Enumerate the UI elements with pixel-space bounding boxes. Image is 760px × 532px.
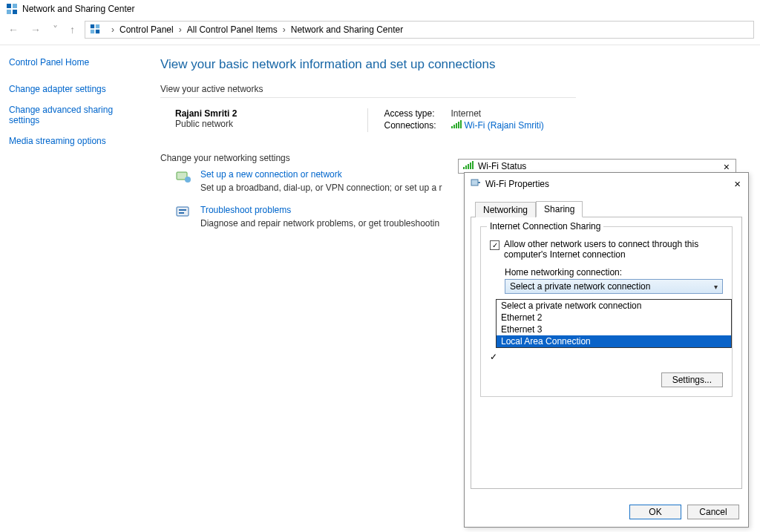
window-titlebar: Network and Sharing Center <box>0 0 760 18</box>
adapter-icon <box>471 177 481 190</box>
address-bar: ← → ˅ ↑ › Control Panel › All Control Pa… <box>0 18 760 45</box>
connection-link[interactable]: Wi-Fi (Rajani Smriti) <box>451 120 544 131</box>
svg-rect-6 <box>91 30 94 33</box>
groupbox-title: Internet Connection Sharing <box>487 221 603 231</box>
combo-value: Select a private network connection <box>510 281 650 292</box>
forward-button[interactable]: → <box>28 24 43 36</box>
cancel-button[interactable]: Cancel <box>687 505 739 519</box>
dropdown-option[interactable]: Select a private network connection <box>497 300 731 312</box>
dialog-footer: OK Cancel <box>465 497 748 527</box>
action-troubleshoot-link[interactable]: Troubleshoot problems <box>200 205 291 215</box>
settings-button[interactable]: Settings... <box>661 372 723 387</box>
chevron-right-icon: › <box>281 24 288 35</box>
control-panel-icon <box>90 24 102 36</box>
svg-rect-24 <box>478 182 480 183</box>
close-icon[interactable]: × <box>724 161 730 173</box>
control-panel-icon <box>6 3 18 15</box>
connections-label: Connections: <box>384 120 451 131</box>
wifi-status-title: Wi-Fi Status <box>478 161 526 171</box>
ok-button[interactable]: OK <box>629 505 681 519</box>
window-title: Network and Sharing Center <box>22 4 134 14</box>
home-networking-label: Home networking connection: <box>505 267 723 278</box>
svg-rect-19 <box>465 165 467 169</box>
network-name: Rajani Smriti 2 <box>175 108 367 119</box>
chevron-down-icon: ▾ <box>714 283 718 291</box>
active-network-row: Rajani Smriti 2 Public network Access ty… <box>160 104 576 145</box>
access-type-label: Access type: <box>384 108 451 119</box>
allow-sharing-checkbox[interactable]: ✓ <box>490 240 499 250</box>
close-icon[interactable]: × <box>734 177 741 190</box>
svg-rect-23 <box>471 180 478 185</box>
page-title: View your basic network information and … <box>160 57 753 72</box>
control-panel-home-link[interactable]: Control Panel Home <box>9 57 140 68</box>
tab-panel-sharing: Internet Connection Sharing ✓ Allow othe… <box>471 217 742 489</box>
sidebar-link-media-streaming[interactable]: Media streaming options <box>9 136 140 146</box>
svg-rect-12 <box>460 120 462 128</box>
svg-rect-16 <box>179 209 186 211</box>
svg-rect-9 <box>453 125 455 128</box>
svg-rect-10 <box>456 123 457 128</box>
svg-rect-2 <box>7 10 11 14</box>
chevron-right-icon: › <box>109 24 117 35</box>
access-type-value: Internet <box>451 108 482 119</box>
breadcrumb-item[interactable]: Control Panel <box>119 24 174 35</box>
svg-rect-15 <box>177 207 189 216</box>
active-networks-heading: View your active networks <box>160 84 576 98</box>
svg-rect-18 <box>463 167 465 169</box>
tab-sharing[interactable]: Sharing <box>536 201 583 217</box>
tab-strip: Networking Sharing <box>471 200 742 217</box>
svg-rect-0 <box>7 4 11 8</box>
svg-rect-22 <box>472 161 474 169</box>
sidebar-link-adapter[interactable]: Change adapter settings <box>9 84 140 94</box>
wifi-signal-icon <box>463 161 474 171</box>
action-new-connection-link[interactable]: Set up a new connection or network <box>200 169 342 180</box>
svg-rect-11 <box>458 122 459 128</box>
back-button[interactable]: ← <box>6 24 21 36</box>
dropdown-option-selected[interactable]: Local Area Connection <box>497 335 731 347</box>
home-networking-dropdown[interactable]: Select a private network connection Ethe… <box>496 299 732 348</box>
breadcrumb-item[interactable]: Network and Sharing Center <box>291 24 403 35</box>
svg-rect-21 <box>470 162 471 169</box>
allow-control-checkbox[interactable]: ✓ <box>490 352 497 362</box>
svg-rect-4 <box>91 24 94 28</box>
wifi-properties-dialog: Wi-Fi Properties × Networking Sharing In… <box>464 172 749 528</box>
sidebar: Control Panel Home Change adapter settin… <box>0 45 148 248</box>
svg-rect-17 <box>179 212 184 214</box>
svg-point-14 <box>185 177 191 183</box>
wifi-signal-icon <box>451 120 462 131</box>
action-troubleshoot-desc: Diagnose and repair network problems, or… <box>200 218 439 229</box>
action-new-connection-desc: Set up a broadband, dial-up, or VPN conn… <box>200 183 442 193</box>
dropdown-option[interactable]: Ethernet 3 <box>497 324 731 335</box>
svg-rect-3 <box>13 10 17 14</box>
wifi-status-window: Wi-Fi Status × <box>458 159 736 174</box>
chevron-right-icon: › <box>177 24 184 35</box>
recent-dropdown[interactable]: ˅ <box>50 24 60 36</box>
svg-rect-5 <box>96 24 99 28</box>
network-type: Public network <box>175 119 367 129</box>
home-networking-combo[interactable]: Select a private network connection ▾ <box>505 279 723 294</box>
sidebar-link-advanced-sharing[interactable]: Change advanced sharing settings <box>9 105 140 125</box>
svg-rect-8 <box>451 126 453 128</box>
connection-name: Wi-Fi (Rajani Smriti) <box>465 120 544 131</box>
new-connection-icon <box>175 169 191 185</box>
svg-rect-20 <box>468 164 469 169</box>
up-button[interactable]: ↑ <box>68 24 77 36</box>
breadcrumb-item[interactable]: All Control Panel Items <box>187 24 278 35</box>
svg-rect-7 <box>96 30 99 33</box>
troubleshoot-icon <box>175 205 191 221</box>
breadcrumb[interactable]: › Control Panel › All Control Panel Item… <box>85 21 754 39</box>
tab-networking[interactable]: Networking <box>475 202 536 217</box>
ics-groupbox: Internet Connection Sharing ✓ Allow othe… <box>480 226 733 397</box>
allow-sharing-label: Allow other network users to connect thr… <box>504 239 723 260</box>
dialog-title: Wi-Fi Properties <box>485 179 549 189</box>
svg-rect-1 <box>13 4 17 8</box>
dropdown-option[interactable]: Ethernet 2 <box>497 312 731 324</box>
dialog-titlebar: Wi-Fi Properties × <box>465 173 748 194</box>
